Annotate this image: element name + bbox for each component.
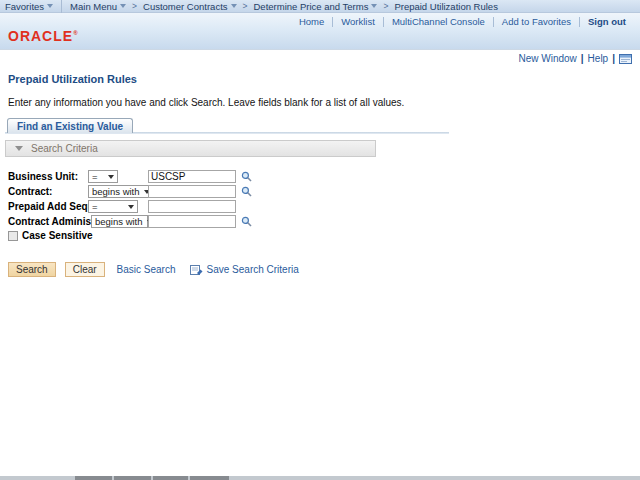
breadcrumb-item-customer-contracts[interactable]: Customer Contracts [138, 1, 241, 12]
breadcrumb-separator: > [131, 1, 138, 11]
header-link-home[interactable]: Home [291, 16, 332, 27]
oracle-logo: ORACLE® [8, 28, 78, 44]
breadcrumb-favorites-label: Favorites [5, 1, 44, 12]
breadcrumb-divider [61, 0, 62, 13]
contract-administrator-lookup-icon[interactable] [241, 216, 252, 227]
breadcrumb-item-label: Prepaid Utilization Rules [394, 1, 498, 12]
case-sensitive-label: Case Sensitive [22, 230, 93, 241]
save-search-criteria-link[interactable]: Save Search Criteria [207, 264, 299, 275]
tab-find-an-existing-value[interactable]: Find an Existing Value [7, 118, 133, 133]
header-links: Home Worklist MultiChannel Console Add t… [291, 16, 634, 27]
search-criteria-header[interactable]: Search Criteria [5, 140, 376, 157]
business-unit-lookup-icon[interactable] [241, 171, 252, 182]
bottom-edge-segment [190, 476, 229, 480]
breadcrumb-separator: > [382, 1, 389, 11]
pagebar-divider: | [612, 53, 615, 64]
search-instructions: Enter any information you have and click… [8, 97, 404, 108]
bottom-edge-bar [0, 476, 640, 480]
header-link-add-to-favorites[interactable]: Add to Favorites [494, 16, 579, 27]
page-utility-bar: New Window | Help | [518, 53, 632, 64]
case-sensitive-row: Case Sensitive [8, 230, 93, 241]
caret-down-icon [128, 205, 134, 209]
breadcrumb-item-label: Determine Price and Terms [254, 1, 369, 12]
operator-value: = [92, 201, 98, 212]
operator-value: begins with [95, 216, 143, 227]
new-window-link[interactable]: New Window [518, 53, 576, 64]
help-link[interactable]: Help [588, 53, 609, 64]
header-band: Home Worklist MultiChannel Console Add t… [0, 13, 640, 50]
operator-value: begins with [92, 186, 140, 197]
form-row-contract: Contract: begins with [8, 185, 308, 198]
form-row-business-unit: Business Unit: = [8, 170, 308, 183]
breadcrumb-item-label: Main Menu [70, 1, 117, 12]
contract-administrator-input[interactable] [148, 215, 236, 228]
breadcrumb-separator: > [242, 1, 249, 11]
prepaid-add-sequence-input[interactable] [148, 200, 236, 213]
breadcrumb-item-label: Customer Contracts [143, 1, 227, 12]
header-link-multichannel-console[interactable]: MultiChannel Console [384, 16, 493, 27]
operator-value: = [92, 171, 98, 182]
caret-down-icon [108, 175, 114, 179]
registered-mark: ® [73, 30, 77, 36]
header-link-worklist[interactable]: Worklist [333, 16, 383, 27]
bottom-edge-segment [114, 476, 151, 480]
contract-lookup-icon[interactable] [241, 186, 252, 197]
breadcrumb-item-main-menu[interactable]: Main Menu [65, 1, 131, 12]
breadcrumb-bar: Favorites Main Menu > Customer Contracts… [0, 0, 640, 13]
breadcrumb-item-current-page: Prepaid Utilization Rules [389, 1, 503, 12]
search-button[interactable]: Search [8, 262, 56, 277]
chevron-down-icon [371, 4, 377, 8]
form-row-contract-administrator: Contract Administrator: begins with [8, 215, 308, 228]
page-title: Prepaid Utilization Rules [8, 73, 137, 85]
business-unit-label: Business Unit: [8, 170, 78, 183]
actions-row: Search Clear Basic Search Save Search Cr… [8, 262, 299, 277]
collapse-triangle-icon[interactable] [15, 146, 23, 151]
business-unit-operator-select[interactable]: = [88, 170, 118, 183]
clear-button[interactable]: Clear [65, 262, 105, 277]
contract-administrator-operator-select[interactable]: begins with [91, 215, 148, 228]
chevron-down-icon [47, 4, 53, 8]
business-unit-input[interactable] [148, 170, 236, 183]
prepaid-add-sequence-operator-select[interactable]: = [88, 200, 138, 213]
chevron-down-icon [231, 4, 237, 8]
sign-out-link[interactable]: Sign out [580, 16, 634, 27]
breadcrumb-favorites[interactable]: Favorites [0, 1, 58, 12]
chevron-down-icon [120, 4, 126, 8]
breadcrumb-item-determine-price-and-terms[interactable]: Determine Price and Terms [249, 1, 383, 12]
contract-input[interactable] [148, 185, 236, 198]
save-search-criteria-icon[interactable] [190, 264, 203, 276]
bottom-edge-segment [75, 476, 112, 480]
search-criteria-label: Search Criteria [31, 143, 98, 154]
personalize-page-icon[interactable] [619, 54, 632, 64]
contract-operator-select[interactable]: begins with [88, 185, 149, 198]
basic-search-link[interactable]: Basic Search [117, 264, 176, 275]
contract-label: Contract: [8, 185, 52, 198]
form-row-prepaid-add-sequence: Prepaid Add Sequence: = [8, 200, 308, 213]
case-sensitive-checkbox[interactable] [8, 231, 18, 241]
bottom-edge-segment [153, 476, 188, 480]
pagebar-divider: | [581, 53, 584, 64]
